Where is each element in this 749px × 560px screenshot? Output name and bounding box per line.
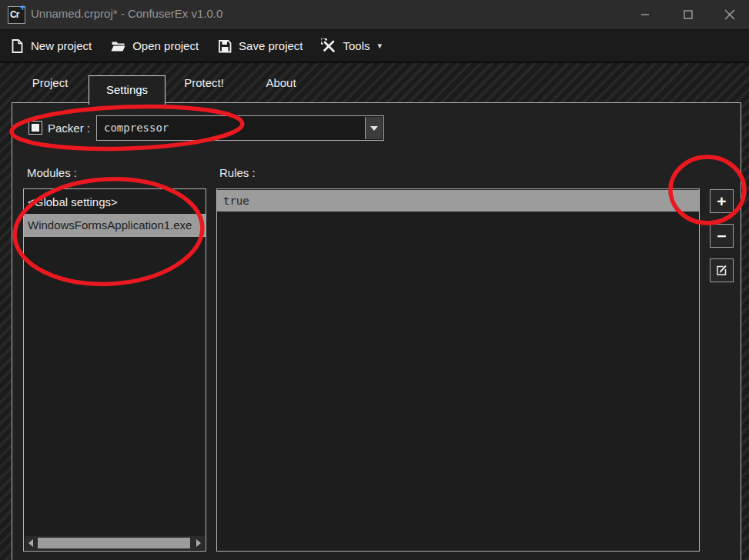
titlebar: Cr + Unnamed.crproj* - ConfuserEx v1.0.0 (0, 0, 749, 30)
packer-checkbox[interactable] (28, 121, 42, 135)
list-item-global-settings[interactable]: <Global settings> (24, 191, 206, 214)
add-rule-button[interactable]: + (710, 189, 734, 213)
rules-listbox: true (216, 188, 700, 552)
tools-menu-button[interactable]: Tools ▾ (312, 30, 391, 62)
tools-caret-icon: ▾ (378, 41, 383, 51)
arrow-right-icon (196, 539, 201, 547)
remove-rule-button[interactable]: − (710, 224, 734, 248)
modules-label: Modules : (27, 166, 77, 179)
window-body: Project Protect! About Settings Packer :… (0, 63, 749, 560)
edit-pencil-icon (715, 264, 728, 277)
close-button[interactable] (712, 0, 747, 29)
app-icon: Cr + (8, 6, 25, 24)
chevron-down-icon (370, 126, 378, 131)
packer-combobox[interactable]: compressor (96, 115, 384, 141)
maximize-icon (684, 10, 693, 19)
tab-settings[interactable]: Settings (89, 75, 166, 105)
save-floppy-icon (217, 38, 232, 54)
scroll-left-button[interactable] (25, 536, 37, 550)
tools-label: Tools (343, 39, 369, 52)
open-folder-icon (110, 38, 126, 54)
close-icon (724, 9, 735, 20)
tools-icon (321, 38, 336, 54)
tab-about[interactable]: About (242, 63, 319, 103)
app-icon-text: Cr (10, 9, 18, 20)
edit-rule-button[interactable] (710, 258, 734, 282)
new-project-label: New project (31, 39, 92, 52)
rule-item-true[interactable]: true (217, 190, 699, 212)
checkbox-checked-mark (32, 124, 39, 132)
open-project-label: Open project (132, 39, 199, 52)
scrollbar-thumb[interactable] (38, 538, 190, 548)
tab-protect[interactable]: Protect! (166, 63, 242, 103)
minimize-button[interactable] (627, 0, 663, 29)
settings-panel: Packer : compressor Modules : Rules : <G… (12, 102, 741, 560)
packer-label: Packer : (48, 122, 90, 135)
save-project-label: Save project (239, 39, 303, 52)
window-title: Unnamed.crproj* - ConfuserEx v1.0.0 (31, 7, 222, 20)
horizontal-scrollbar[interactable] (25, 536, 205, 550)
combobox-dropdown-button[interactable] (365, 117, 383, 139)
tab-project[interactable]: Project (12, 63, 89, 103)
list-item-module-exe[interactable]: WindowsFormsApplication1.exe (24, 214, 206, 237)
app-window: Cr + Unnamed.crproj* - ConfuserEx v1.0.0… (0, 0, 749, 560)
modules-listbox: <Global settings> WindowsFormsApplicatio… (23, 188, 206, 552)
packer-combobox-value: compressor (104, 116, 169, 140)
app-icon-plus: + (20, 2, 25, 13)
arrow-left-icon (28, 539, 33, 547)
maximize-button[interactable] (670, 0, 706, 29)
rules-label: Rules : (219, 166, 256, 179)
save-project-button[interactable]: Save project (208, 30, 312, 62)
new-document-icon (10, 38, 25, 54)
new-project-button[interactable]: New project (0, 30, 101, 62)
open-project-button[interactable]: Open project (101, 30, 208, 62)
toolbar: New project Open project Save project (0, 30, 749, 63)
scroll-right-button[interactable] (192, 536, 205, 550)
minimize-icon (640, 10, 650, 19)
tab-strip: Project Protect! About Settings (12, 63, 319, 103)
